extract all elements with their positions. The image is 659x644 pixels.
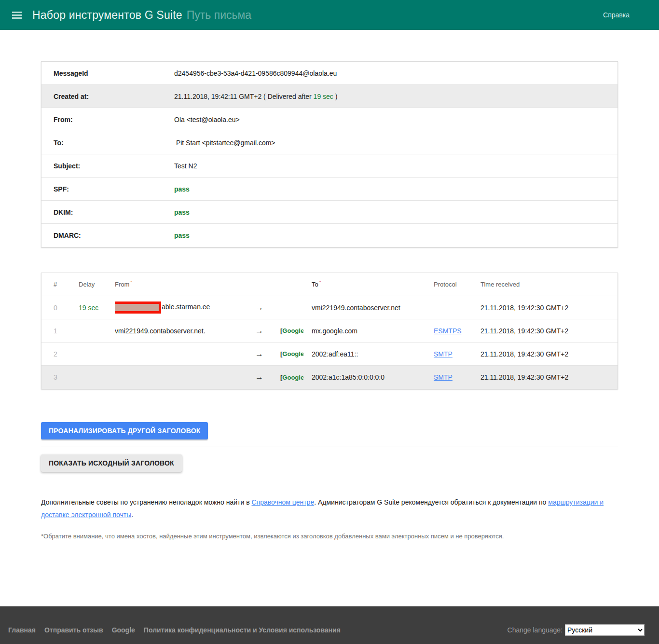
col-header-time: Time received [481, 281, 618, 288]
dmarc-status: pass [174, 232, 190, 239]
hop-to: 2002:a1c:1a85:0:0:0:0:0 [303, 373, 434, 381]
redaction-box [115, 301, 161, 314]
hop-time: 21.11.2018, 19:42:30 GMT+2 [481, 350, 618, 358]
summary-row-created-at: Created at: 21.11.2018, 19:42:11 GMT+2 (… [41, 85, 618, 108]
footer-nav: Главная Отправить отзыв Google Политика … [8, 626, 341, 634]
google-tag: [Google] [280, 350, 303, 357]
summary-label: Created at: [41, 93, 174, 100]
summary-label: MessageId [41, 69, 174, 77]
divider [41, 447, 618, 447]
summary-row-to: To: Pit Start <pitstartee@gmail.com> [41, 131, 618, 154]
arrow-icon: → [255, 372, 280, 382]
protocol-link[interactable]: SMTP [434, 350, 453, 358]
protocol-link[interactable]: ESMTPS [434, 327, 462, 335]
summary-value: 21.11.2018, 19:42:11 GMT+2 ( Delivered a… [174, 93, 337, 100]
arrow-icon: → [255, 326, 280, 336]
hop-num: 3 [41, 373, 79, 381]
hop-protocol: SMTP [434, 373, 481, 381]
hop-from: able.starman.ee [115, 301, 255, 314]
hop-delay: 19 sec [79, 304, 115, 312]
hop-row-0: 0 19 sec able.starman.ee → vmi221949.con… [41, 296, 618, 319]
col-header-to: To* [303, 281, 434, 288]
app-title: Набор инструментов G Suite [32, 9, 182, 22]
help-link[interactable]: Справка [603, 11, 630, 19]
google-tag: [Google] [280, 327, 303, 334]
footer-link-feedback[interactable]: Отправить отзыв [44, 626, 103, 634]
hop-time: 21.11.2018, 19:42:30 GMT+2 [481, 327, 618, 335]
page-title: Путь письма [187, 9, 251, 22]
asterisk: * [319, 281, 321, 285]
hop-protocol: ESMTPS [434, 327, 481, 335]
help-center-link[interactable]: Справочном центре [251, 498, 314, 506]
summary-label: DMARC: [41, 232, 174, 239]
summary-label: From: [41, 116, 174, 123]
hop-to: mx.google.com [303, 327, 434, 335]
hops-table: # Delay From* To* Protocol Time received… [41, 273, 618, 389]
hop-row-1: 1 vmi221949.contaboserver.net. → [Google… [41, 319, 618, 343]
hop-row-2: 2 → [Google] 2002:adf:ea11:: SMTP 21.11.… [41, 343, 618, 366]
dkim-status: pass [174, 208, 190, 216]
analyze-another-header-button[interactable]: ПРОАНАЛИЗИРОВАТЬ ДРУГОЙ ЗАГОЛОВОК [41, 422, 208, 439]
hop-to: vmi221949.contaboserver.net [303, 304, 434, 312]
summary-value: Test N2 [174, 162, 197, 170]
summary-label: To: [41, 139, 174, 147]
summary-label: DKIM: [41, 208, 174, 216]
app-bar: Набор инструментов G Suite Путь письма С… [0, 0, 659, 30]
summary-value: Ola <test@olaola.eu> [174, 116, 240, 123]
created-at-suffix: ) [333, 93, 338, 100]
delivery-delay: 19 sec [314, 93, 333, 100]
footer-link-privacy-terms[interactable]: Политика конфиденциальности и Условия ис… [144, 626, 341, 634]
hop-row-3: 3 → [Google] 2002:a1c:1a85:0:0:0:0:0 SMT… [41, 366, 618, 389]
language-select[interactable]: Русский [565, 624, 645, 636]
help-paragraph: Дополнительные советы по устранению непо… [41, 496, 618, 521]
created-at-text: 21.11.2018, 19:42:11 GMT+2 ( Delivered a… [174, 93, 314, 100]
summary-label: Subject: [41, 162, 174, 170]
hop-num: 2 [41, 350, 79, 358]
summary-row-messageid: MessageId d2454956-cbe3-53a4-d421-09586c… [41, 62, 618, 85]
hostnames-footnote: *Обратите внимание, что имена хостов, на… [41, 533, 618, 540]
col-header-num: # [41, 281, 79, 288]
message-summary-table: MessageId d2454956-cbe3-53a4-d421-09586c… [41, 61, 618, 247]
summary-row-spf: SPF: pass [41, 178, 618, 201]
protocol-link[interactable]: SMTP [434, 373, 453, 381]
asterisk: * [130, 281, 132, 285]
summary-row-dkim: DKIM: pass [41, 201, 618, 224]
footer-link-google[interactable]: Google [112, 626, 135, 634]
hop-num: 1 [41, 327, 79, 335]
summary-value: Pit Start <pitstartee@gmail.com> [174, 139, 275, 147]
menu-icon[interactable] [12, 12, 22, 19]
col-header-delay: Delay [79, 281, 115, 288]
hop-from: vmi221949.contaboserver.net. [115, 327, 255, 335]
show-original-header-button[interactable]: ПОКАЗАТЬ ИСХОДНЫЙ ЗАГОЛОВОК [41, 454, 182, 472]
hop-time: 21.11.2018, 19:42:30 GMT+2 [481, 304, 618, 312]
hop-num: 0 [41, 304, 79, 312]
summary-row-from: From: Ola <test@olaola.eu> [41, 108, 618, 131]
main-content: MessageId d2454956-cbe3-53a4-d421-09586c… [41, 61, 618, 540]
arrow-icon: → [255, 349, 280, 359]
google-tag: [Google] [280, 374, 303, 381]
spf-status: pass [174, 185, 190, 193]
summary-row-dmarc: DMARC: pass [41, 224, 618, 247]
col-header-from: From* [115, 281, 255, 288]
arrow-icon: → [255, 303, 280, 313]
footer-link-home[interactable]: Главная [8, 626, 36, 634]
page-footer: Главная Отправить отзыв Google Политика … [0, 606, 659, 644]
hop-to: 2002:adf:ea11:: [303, 350, 434, 358]
summary-label: SPF: [41, 185, 174, 193]
hop-protocol: SMTP [434, 350, 481, 358]
col-header-protocol: Protocol [434, 281, 481, 288]
summary-value: d2454956-cbe3-53a4-d421-09586c809944@ola… [174, 69, 337, 77]
summary-row-subject: Subject: Test N2 [41, 154, 618, 178]
change-language-label: Change language: [508, 626, 563, 634]
hops-header-row: # Delay From* To* Protocol Time received [41, 273, 618, 296]
hop-time: 21.11.2018, 19:42:30 GMT+2 [481, 373, 618, 381]
